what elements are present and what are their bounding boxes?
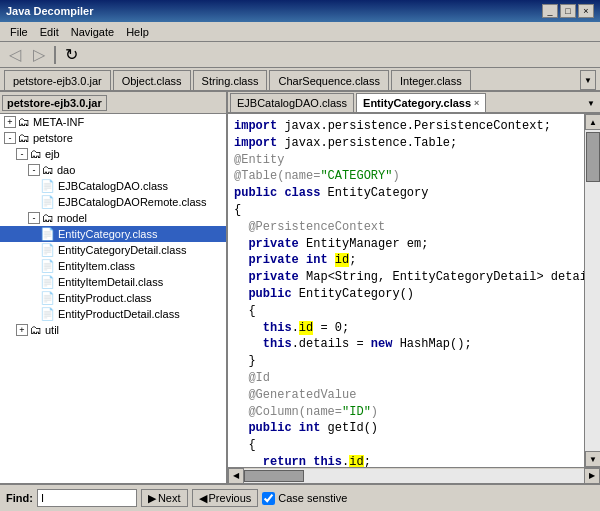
scroll-thumb[interactable]	[586, 132, 600, 182]
code-tabs: EJBCatalogDAO.class EntityCategory.class…	[228, 92, 600, 114]
tree-node-ejbcatalogdao[interactable]: 📄 EJBCatalogDAO.class	[0, 178, 226, 194]
code-tab-ejbcatalogdao-label: EJBCatalogDAO.class	[237, 97, 347, 109]
case-sensitive-check[interactable]: Case senstive	[262, 492, 347, 505]
scroll-right-button[interactable]: ▶	[584, 468, 600, 484]
back-button[interactable]: ◁	[4, 45, 26, 65]
code-tab-close-button[interactable]: ×	[474, 98, 479, 108]
menu-bar: File Edit Navigate Help	[0, 22, 600, 42]
tree-node-entityitem[interactable]: 📄 EntityItem.class	[0, 258, 226, 274]
tree-node-metainf[interactable]: + 🗂 META-INF	[0, 114, 226, 130]
toolbar-separator	[54, 46, 56, 64]
tree-label-dao: dao	[57, 164, 75, 176]
tab-object-class[interactable]: Object.class	[113, 70, 191, 90]
tree-toggle-metainf[interactable]: +	[4, 116, 16, 128]
tree-label-entityitem: EntityItem.class	[58, 260, 135, 272]
folder-icon: 🗂	[42, 163, 54, 177]
folder-icon: 🗂	[18, 131, 30, 145]
tree-node-entityproductdetail[interactable]: 📄 EntityProductDetail.class	[0, 306, 226, 322]
tree-label-util: util	[45, 324, 59, 336]
file-tabs: petstore-ejb3.0.jar Object.class String.…	[0, 68, 600, 92]
code-tab-ejbcatalogdao[interactable]: EJBCatalogDAO.class	[230, 93, 354, 112]
tree-node-entitycategorydetail[interactable]: 📄 EntityCategoryDetail.class	[0, 242, 226, 258]
file-icon: 📄	[40, 243, 55, 257]
tree-label-ejbcatalogdaoremote: EJBCatalogDAORemote.class	[58, 196, 207, 208]
toolbar: ◁ ▷ ↻	[0, 42, 600, 68]
menu-navigate[interactable]: Navigate	[65, 25, 120, 39]
tree-toggle-dao[interactable]: -	[28, 164, 40, 176]
tree-label-entitycategory: EntityCategory.class	[58, 228, 157, 240]
tab-string-class[interactable]: String.class	[193, 70, 268, 90]
tree-node-ejbcatalogdaoremote[interactable]: 📄 EJBCatalogDAORemote.class	[0, 194, 226, 210]
menu-file[interactable]: File	[4, 25, 34, 39]
find-prev-label: Previous	[209, 492, 252, 504]
file-icon: 📄	[40, 291, 55, 305]
scroll-track	[585, 130, 600, 451]
code-tab-entitycategory[interactable]: EntityCategory.class ×	[356, 93, 486, 112]
scroll-down-button[interactable]: ▼	[585, 451, 600, 467]
menu-edit[interactable]: Edit	[34, 25, 65, 39]
next-icon: ▶	[148, 492, 156, 505]
tree-label-petstore: petstore	[33, 132, 73, 144]
window-controls[interactable]: _ □ ×	[542, 4, 594, 18]
tree-node-entityproduct[interactable]: 📄 EntityProduct.class	[0, 290, 226, 306]
app-title: Java Decompiler	[6, 5, 93, 17]
folder-icon: 🗂	[42, 211, 54, 225]
tree-node-petstore[interactable]: - 🗂 petstore	[0, 130, 226, 146]
reload-button[interactable]: ↻	[60, 45, 82, 65]
h-scroll-track	[244, 469, 584, 483]
code-tab-entitycategory-label: EntityCategory.class	[363, 97, 471, 109]
tree-toggle-petstore[interactable]: -	[4, 132, 16, 144]
tab-integer-class[interactable]: Integer.class	[391, 70, 471, 90]
file-icon: 📄	[40, 227, 55, 241]
tab-petstore-jar[interactable]: petstore-ejb3.0.jar	[4, 70, 111, 90]
minimize-button[interactable]: _	[542, 4, 558, 18]
file-icon: 📄	[40, 259, 55, 273]
tab-dropdown-button[interactable]: ▼	[580, 70, 596, 90]
tree-label-entityproduct: EntityProduct.class	[58, 292, 152, 304]
horizontal-scrollbar[interactable]: ◀ ▶	[228, 467, 600, 483]
code-content[interactable]: import javax.persistence.PersistenceCont…	[228, 114, 584, 467]
tree-label-entityitemdetail: EntityItemDetail.class	[58, 276, 163, 288]
maximize-button[interactable]: □	[560, 4, 576, 18]
find-next-button[interactable]: ▶ Next	[141, 489, 188, 507]
folder-icon: 🗂	[30, 323, 42, 337]
tree-toolbar: petstore-ejb3.0.jar	[0, 92, 226, 114]
close-button[interactable]: ×	[578, 4, 594, 18]
tab-charsequence-class[interactable]: CharSequence.class	[269, 70, 389, 90]
folder-icon: 🗂	[18, 115, 30, 129]
case-sensitive-checkbox[interactable]	[262, 492, 275, 505]
code-panel: EJBCatalogDAO.class EntityCategory.class…	[228, 92, 600, 483]
tree-label-entitycategorydetail: EntityCategoryDetail.class	[58, 244, 186, 256]
tree-label-ejb: ejb	[45, 148, 60, 160]
h-scroll-thumb[interactable]	[244, 470, 304, 482]
tree-toggle-ejb[interactable]: -	[16, 148, 28, 160]
tree-node-entitycategory[interactable]: 📄 EntityCategory.class	[0, 226, 226, 242]
folder-icon: 🗂	[30, 147, 42, 161]
title-bar: Java Decompiler _ □ ×	[0, 0, 600, 22]
find-input[interactable]	[37, 489, 137, 507]
scroll-left-button[interactable]: ◀	[228, 468, 244, 484]
find-next-label: Next	[158, 492, 181, 504]
tree-node-dao[interactable]: - 🗂 dao	[0, 162, 226, 178]
tree-label-entityproductdetail: EntityProductDetail.class	[58, 308, 180, 320]
tree-label-metainf: META-INF	[33, 116, 84, 128]
tree-node-model[interactable]: - 🗂 model	[0, 210, 226, 226]
tree-node-util[interactable]: + 🗂 util	[0, 322, 226, 338]
tree-toggle-util[interactable]: +	[16, 324, 28, 336]
file-tree-panel: petstore-ejb3.0.jar + 🗂 META-INF - 🗂 pet…	[0, 92, 228, 483]
tree-node-entityitemdetail[interactable]: 📄 EntityItemDetail.class	[0, 274, 226, 290]
tree-node-ejb[interactable]: - 🗂 ejb	[0, 146, 226, 162]
tree-toggle-model[interactable]: -	[28, 212, 40, 224]
file-icon: 📄	[40, 195, 55, 209]
tree-label-ejbcatalogdao: EJBCatalogDAO.class	[58, 180, 168, 192]
scroll-up-button[interactable]: ▲	[585, 114, 600, 130]
tree-jar-label[interactable]: petstore-ejb3.0.jar	[2, 95, 107, 111]
forward-button[interactable]: ▷	[28, 45, 50, 65]
file-icon: 📄	[40, 179, 55, 193]
find-label: Find:	[6, 492, 33, 504]
code-tab-dropdown[interactable]: ▼	[584, 94, 598, 112]
vertical-scrollbar[interactable]: ▲ ▼	[584, 114, 600, 467]
find-prev-button[interactable]: ◀ Previous	[192, 489, 259, 507]
main-content: petstore-ejb3.0.jar + 🗂 META-INF - 🗂 pet…	[0, 92, 600, 483]
menu-help[interactable]: Help	[120, 25, 155, 39]
